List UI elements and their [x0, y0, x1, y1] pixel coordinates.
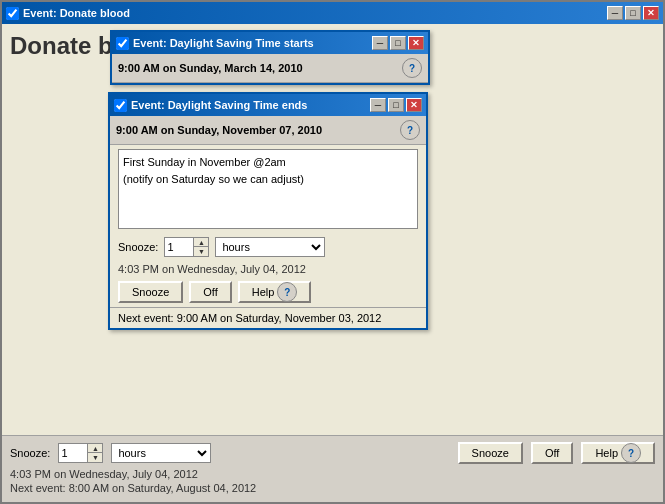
main-body-text: Donate b [10, 32, 113, 59]
main-title-bar: Event: Donate blood ─ □ ✕ [2, 2, 663, 24]
dst-starts-checkbox[interactable] [116, 37, 129, 50]
bottom-snooze-row: Snooze: 1 ▲ ▼ hours Snooze Off Help ? [10, 442, 655, 464]
bottom-snooze-spinner[interactable]: 1 ▲ ▼ [58, 443, 103, 463]
bottom-snooze-label: Snooze: [10, 447, 50, 459]
dst-ends-minimize[interactable]: ─ [370, 98, 386, 112]
dst-ends-window: Event: Daylight Saving Time ends ─ □ ✕ 9… [108, 92, 428, 330]
main-close-button[interactable]: ✕ [643, 6, 659, 20]
dst-starts-close[interactable]: ✕ [408, 36, 424, 50]
main-window-title: Event: Donate blood [23, 7, 130, 19]
dst-ends-help-button[interactable]: Help ? [238, 281, 312, 303]
bottom-off-button[interactable]: Off [531, 442, 573, 464]
dst-starts-time: 9:00 AM on Sunday, March 14, 2010 [118, 62, 303, 74]
dst-ends-spin-up[interactable]: ▲ [194, 238, 208, 247]
bottom-help-button[interactable]: Help ? [581, 442, 655, 464]
bottom-spinner-arrows: ▲ ▼ [87, 444, 102, 462]
bottom-next-event: Next event: 8:00 AM on Saturday, August … [10, 482, 655, 494]
bottom-hours-dropdown[interactable]: hours [111, 443, 211, 463]
dst-ends-spinner-arrows: ▲ ▼ [193, 238, 208, 256]
bottom-datetime: 4:03 PM on Wednesday, July 04, 2012 [10, 468, 655, 480]
dst-ends-next-event-value: 9:00 AM on Saturday, November 03, 2012 [177, 312, 382, 324]
bottom-snooze-button[interactable]: Snooze [458, 442, 523, 464]
dst-ends-time: 9:00 AM on Sunday, November 07, 2010 [116, 124, 322, 136]
dst-ends-body-text: First Sunday in November @2am(notify on … [123, 156, 304, 185]
main-title-checkbox[interactable] [6, 7, 19, 20]
dst-ends-hours-dropdown[interactable]: hours [215, 237, 325, 257]
dst-ends-body: First Sunday in November @2am(notify on … [118, 149, 418, 229]
dst-ends-snooze-label: Snooze: [118, 241, 158, 253]
bottom-snooze-input[interactable]: 1 [59, 444, 87, 462]
dst-ends-spin-down[interactable]: ▼ [194, 247, 208, 256]
dst-ends-close[interactable]: ✕ [406, 98, 422, 112]
dst-starts-time-header: 9:00 AM on Sunday, March 14, 2010 ? [112, 54, 428, 83]
dst-ends-snooze-button[interactable]: Snooze [118, 281, 183, 303]
dst-starts-title: Event: Daylight Saving Time starts [133, 37, 314, 49]
dst-starts-restore[interactable]: □ [390, 36, 406, 50]
dst-ends-restore[interactable]: □ [388, 98, 404, 112]
main-title-left: Event: Donate blood [6, 7, 130, 20]
dst-ends-action-buttons: Snooze Off Help ? [110, 277, 426, 307]
dst-starts-window: Event: Daylight Saving Time starts ─ □ ✕… [110, 30, 430, 85]
dst-starts-title-bar: Event: Daylight Saving Time starts ─ □ ✕ [112, 32, 428, 54]
dst-ends-action-help-icon: ? [277, 282, 297, 302]
dst-starts-title-left: Event: Daylight Saving Time starts [116, 37, 314, 50]
bottom-help-icon: ? [621, 443, 641, 463]
dst-starts-title-buttons: ─ □ ✕ [372, 36, 424, 50]
main-restore-button[interactable]: □ [625, 6, 641, 20]
dst-ends-next-event-label: Next event: [118, 312, 174, 324]
dst-ends-title-bar: Event: Daylight Saving Time ends ─ □ ✕ [110, 94, 426, 116]
dst-ends-title-left: Event: Daylight Saving Time ends [114, 99, 307, 112]
dst-ends-checkbox[interactable] [114, 99, 127, 112]
main-minimize-button[interactable]: ─ [607, 6, 623, 20]
dst-starts-help-icon[interactable]: ? [402, 58, 422, 78]
dst-ends-datetime: 4:03 PM on Wednesday, July 04, 2012 [110, 261, 426, 277]
main-bottom-bar: Snooze: 1 ▲ ▼ hours Snooze Off Help ? 4:… [2, 435, 663, 502]
dst-ends-time-header: 9:00 AM on Sunday, November 07, 2010 ? [110, 116, 426, 145]
dst-ends-next-event: Next event: 9:00 AM on Saturday, Novembe… [110, 307, 426, 328]
bottom-spin-down-button[interactable]: ▼ [88, 453, 102, 462]
dst-starts-minimize[interactable]: ─ [372, 36, 388, 50]
dst-ends-snooze-row: Snooze: 1 ▲ ▼ hours [110, 233, 426, 261]
dst-ends-title: Event: Daylight Saving Time ends [131, 99, 307, 111]
bottom-spin-up-button[interactable]: ▲ [88, 444, 102, 453]
main-title-buttons: ─ □ ✕ [607, 6, 659, 20]
dst-ends-snooze-input[interactable]: 1 [165, 238, 193, 256]
dst-ends-help-icon[interactable]: ? [400, 120, 420, 140]
dst-ends-off-button[interactable]: Off [189, 281, 231, 303]
dst-ends-title-buttons: ─ □ ✕ [370, 98, 422, 112]
dst-ends-snooze-spinner[interactable]: 1 ▲ ▼ [164, 237, 209, 257]
